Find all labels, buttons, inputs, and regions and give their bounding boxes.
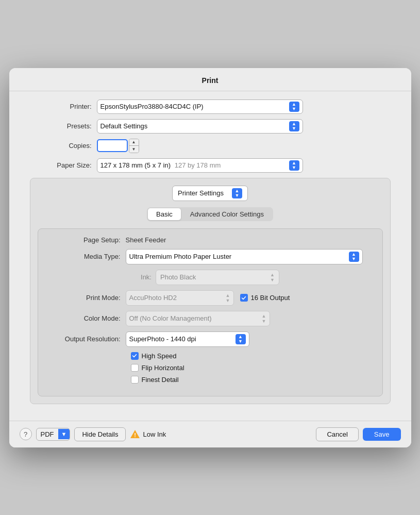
paper-size-value: 127 x 178 mm (5 x 7 in) 127 by 178 mm [100, 161, 221, 169]
presets-row: Presets: Default Settings ▲ ▼ [30, 119, 391, 134]
media-type-row: Media Type: Ultra Premium Photo Paper Lu… [48, 249, 372, 264]
svg-text:!: ! [135, 432, 137, 438]
save-button[interactable]: Save [363, 428, 401, 441]
high-speed-checkbox-label[interactable]: High Speed [131, 352, 372, 360]
tab-advanced[interactable]: Advanced Color Settings [182, 208, 272, 220]
high-speed-label: High Speed [142, 352, 177, 360]
printer-arrow-icon: ▲ ▼ [289, 102, 299, 112]
copies-increment[interactable]: ▲ [129, 139, 139, 146]
cancel-button[interactable]: Cancel [316, 427, 358, 441]
ink-select[interactable]: Photo Black ▲ ▼ [156, 270, 279, 285]
print-mode-row: Print Mode: AccuPhoto HD2 ▲ ▼ [48, 290, 372, 306]
output-resolution-row: Output Resolution: SuperPhoto - 1440 dpi… [48, 331, 372, 347]
copies-input[interactable]: 1 [97, 139, 128, 152]
color-mode-label: Color Mode: [48, 314, 121, 322]
tab-bar: Basic Advanced Color Settings [147, 207, 273, 221]
page-setup-label: Page Setup: [48, 236, 121, 244]
print-mode-label: Print Mode: [48, 294, 121, 302]
dialog-footer: ? PDF ▼ Hide Details ! Low Ink Cancel Sa… [9, 421, 411, 447]
presets-arrow-icon: ▲ ▼ [289, 121, 299, 131]
pdf-dropdown-button[interactable]: ▼ [58, 429, 70, 439]
print-dialog: Print Printer: EpsonStylusPro3880-84CD4C… [9, 68, 411, 447]
copies-row: Copies: 1 ▲ ▼ [30, 139, 391, 153]
flip-horizontal-checkbox[interactable] [131, 364, 139, 372]
hide-details-button[interactable]: Hide Details [74, 427, 126, 441]
printer-label: Printer: [30, 103, 92, 110]
flip-horizontal-checkbox-label[interactable]: Flip Horizontal [131, 364, 372, 372]
copies-stepper: ▲ ▼ [129, 139, 139, 153]
printer-value: EpsonStylusPro3880-84CD4C (IP) [100, 103, 204, 110]
output-resolution-select[interactable]: SuperPhoto - 1440 dpi ▲ ▼ [126, 331, 249, 347]
pdf-group: PDF ▼ [36, 428, 71, 441]
printer-row: Printer: EpsonStylusPro3880-84CD4C (IP) … [30, 99, 391, 114]
tab-basic[interactable]: Basic [148, 208, 181, 220]
ink-label: Ink: [141, 273, 152, 281]
presets-value: Default Settings [100, 122, 148, 130]
color-mode-arrow-icon: ▲ ▼ [262, 313, 266, 324]
printer-settings-label: Printer Settings [178, 189, 224, 197]
bit-output-label: 16 Bit Output [251, 294, 290, 302]
copies-label: Copies: [30, 142, 92, 149]
copies-decrement[interactable]: ▼ [129, 146, 139, 153]
page-setup-value: Sheet Feeder [126, 236, 166, 244]
media-type-arrow-icon: ▲ ▼ [349, 252, 359, 262]
printer-settings-select[interactable]: Printer Settings ▲ ▼ [172, 186, 248, 201]
settings-panel: Page Setup: Sheet Feeder Media Type: Ult… [38, 228, 383, 396]
printer-select[interactable]: EpsonStylusPro3880-84CD4C (IP) ▲ ▼ [97, 99, 303, 114]
ink-row: Ink: Photo Black ▲ ▼ [48, 270, 372, 285]
warning-icon: ! [130, 429, 140, 439]
color-mode-select[interactable]: Off (No Color Management) ▲ ▼ [126, 311, 270, 326]
print-mode-select[interactable]: AccuPhoto HD2 ▲ ▼ [126, 290, 234, 306]
help-button[interactable]: ? [20, 428, 32, 440]
media-type-select[interactable]: Ultra Premium Photo Paper Luster ▲ ▼ [126, 249, 363, 264]
dialog-title: Print [9, 68, 411, 91]
presets-select[interactable]: Default Settings ▲ ▼ [97, 119, 303, 134]
printer-settings-section: Printer Settings ▲ ▼ Basic Advanced Colo… [30, 178, 391, 404]
bit-output-checkbox-label[interactable]: 16 Bit Output [240, 294, 290, 302]
presets-label: Presets: [30, 122, 92, 130]
flip-horizontal-label: Flip Horizontal [142, 364, 184, 372]
paper-size-row: Paper Size: 127 x 178 mm (5 x 7 in) 127 … [30, 158, 391, 173]
media-type-label: Media Type: [48, 253, 121, 260]
checkboxes-group: High Speed Flip Horizontal Finest Detail [131, 352, 372, 384]
high-speed-checkbox[interactable] [131, 352, 139, 360]
print-mode-arrow-icon: ▲ ▼ [226, 293, 230, 303]
finest-detail-label: Finest Detail [142, 376, 179, 384]
paper-size-label: Paper Size: [30, 161, 92, 169]
low-ink-badge: ! Low Ink [130, 429, 166, 439]
finest-detail-checkbox[interactable] [131, 376, 139, 384]
pdf-label: PDF [37, 428, 58, 440]
paper-size-arrow-icon: ▲ ▼ [289, 160, 299, 171]
finest-detail-checkbox-label[interactable]: Finest Detail [131, 376, 372, 384]
output-resolution-arrow-icon: ▲ ▼ [236, 334, 246, 344]
output-resolution-label: Output Resolution: [48, 335, 121, 343]
low-ink-label: Low Ink [143, 430, 166, 438]
bit-output-checkbox[interactable] [240, 294, 248, 302]
dialog-body: Printer: EpsonStylusPro3880-84CD4C (IP) … [9, 91, 411, 421]
color-mode-row: Color Mode: Off (No Color Management) ▲ … [48, 311, 372, 326]
paper-size-select[interactable]: 127 x 178 mm (5 x 7 in) 127 by 178 mm ▲ … [97, 158, 303, 173]
ps-select-row: Printer Settings ▲ ▼ [38, 186, 383, 201]
ps-arrow-icon: ▲ ▼ [232, 188, 242, 198]
ink-arrow-icon: ▲ ▼ [270, 272, 275, 283]
page-setup-row: Page Setup: Sheet Feeder [48, 236, 372, 244]
